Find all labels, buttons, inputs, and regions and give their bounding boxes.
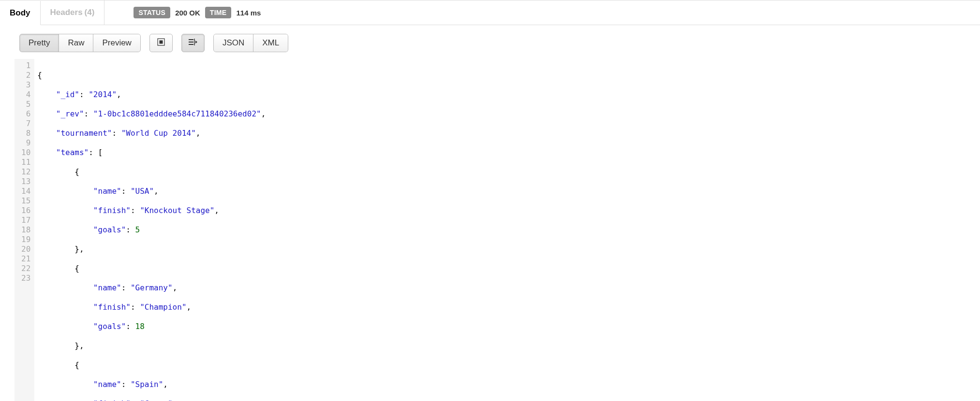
tab-headers[interactable]: Headers (4)	[41, 0, 105, 25]
tab-body[interactable]: Body	[0, 1, 41, 25]
line-number: 21	[21, 254, 30, 264]
line-number: 20	[21, 244, 30, 254]
status-value: 200 OK	[175, 9, 200, 17]
response-tabs: Body Headers (4)	[0, 0, 104, 25]
line-number: 22	[21, 264, 30, 273]
tab-headers-count: (4)	[85, 8, 95, 17]
tab-body-label: Body	[10, 8, 30, 18]
line-number: 19	[21, 235, 30, 244]
status-cluster: STATUS 200 OK TIME 114 ms	[134, 7, 261, 18]
line-number: 11	[21, 158, 30, 167]
wrap-lines-icon	[188, 38, 198, 48]
response-body: 1234567891011121314151617181920212223 { …	[15, 59, 965, 401]
line-number: 10	[21, 148, 30, 158]
response-topbar: Body Headers (4) STATUS 200 OK TIME 114 …	[0, 0, 980, 25]
line-number: 16	[21, 206, 30, 215]
expand-button[interactable]	[149, 34, 173, 52]
line-number: 9	[21, 138, 30, 148]
time-value: 114 ms	[236, 9, 261, 17]
wrap-button[interactable]	[181, 34, 205, 52]
response-toolbar: Pretty Raw Preview JSON XML	[0, 25, 980, 59]
pretty-button[interactable]: Pretty	[19, 34, 59, 52]
line-number: 17	[21, 215, 30, 225]
line-number: 13	[21, 177, 30, 186]
status-badge: STATUS	[134, 7, 170, 18]
expand-icon	[157, 38, 165, 49]
line-number: 23	[21, 273, 30, 283]
line-number: 3	[21, 80, 30, 90]
line-number: 2	[21, 71, 30, 80]
format-group: JSON XML	[213, 34, 288, 52]
line-number: 5	[21, 100, 30, 109]
line-number: 18	[21, 225, 30, 235]
line-number: 8	[21, 129, 30, 138]
raw-button[interactable]: Raw	[59, 34, 93, 52]
line-number: 6	[21, 109, 30, 119]
line-number: 14	[21, 186, 30, 196]
line-number: 4	[21, 90, 30, 100]
response-code[interactable]: { "_id": "2014", "_rev": "1-0bc1c8801edd…	[34, 59, 266, 401]
xml-button[interactable]: XML	[253, 34, 288, 52]
line-number: 12	[21, 167, 30, 177]
line-number: 15	[21, 196, 30, 206]
line-number-gutter: 1234567891011121314151617181920212223	[15, 59, 34, 401]
svg-rect-1	[159, 40, 163, 43]
line-number: 7	[21, 119, 30, 129]
tab-headers-label: Headers	[50, 8, 83, 17]
time-badge: TIME	[205, 7, 232, 18]
line-number: 1	[21, 61, 30, 71]
preview-button[interactable]: Preview	[93, 34, 140, 52]
view-mode-group: Pretty Raw Preview	[19, 34, 141, 52]
json-button[interactable]: JSON	[213, 34, 253, 52]
